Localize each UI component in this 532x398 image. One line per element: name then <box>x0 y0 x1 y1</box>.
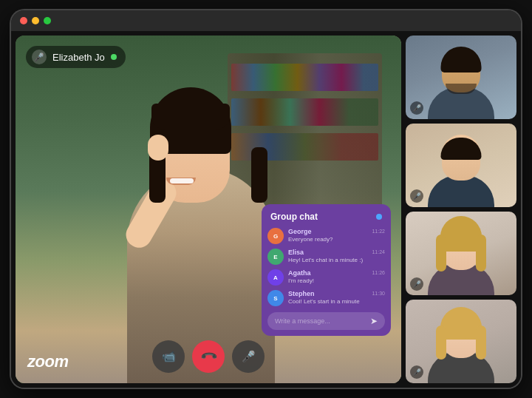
hang-up-icon: 📞 <box>199 347 218 366</box>
msg-sender-3: Agatha <box>288 269 367 277</box>
chat-panel: Group chat G George Everyone ready? 11:2… <box>262 204 391 336</box>
participant-name: Elizabeth Jo <box>52 52 105 63</box>
main-video: 🎤 Elizabeth Jo zoom 📹 📞 🎤 <box>16 36 401 383</box>
msg-sender-2: Elisa <box>288 249 367 256</box>
hang-up-button[interactable]: 📞 <box>192 340 225 373</box>
avatar-agatha: A <box>267 269 284 286</box>
chat-message-2: E Elisa Hey! Let's chat in a minute :) 1… <box>267 249 385 265</box>
chat-input-row[interactable]: Write a message... ➤ <box>267 312 385 330</box>
titlebar <box>11 10 521 31</box>
msg-text-4: Cool! Let's start in a minute <box>288 298 367 306</box>
msg-body-4: Stephen Cool! Let's start in a minute <box>288 290 367 306</box>
msg-body-3: Agatha I'm ready! <box>288 269 367 285</box>
chat-send-button[interactable]: ➤ <box>370 316 378 326</box>
chat-message-1: G George Everyone ready? 11:22 <box>267 228 385 244</box>
chat-input-placeholder: Write a message... <box>275 317 370 325</box>
participant-2-mic: 🎤 <box>410 189 423 203</box>
mic-status-icon: 🎤 <box>32 50 47 64</box>
participant-tile-2: 🎤 <box>406 124 516 207</box>
camera-icon: 📹 <box>162 350 176 363</box>
content-area: 🎤 Elizabeth Jo zoom 📹 📞 🎤 <box>11 31 521 388</box>
msg-body-2: Elisa Hey! Let's chat in a minute :) <box>288 249 367 264</box>
participant-1-mic: 🎤 <box>410 101 423 115</box>
name-tag: 🎤 Elizabeth Jo <box>26 46 126 68</box>
close-button[interactable] <box>20 17 27 24</box>
participant-tile-3: 🎤 <box>406 212 516 295</box>
msg-time-1: 11:22 <box>372 229 385 234</box>
camera-button[interactable]: 📹 <box>152 340 185 373</box>
participants-panel: 🎤 🎤 <box>406 36 516 383</box>
maximize-button[interactable] <box>44 17 51 24</box>
avatar-george: G <box>267 228 284 244</box>
participant-tile-1: 🎤 <box>406 36 516 119</box>
chat-header: Group chat <box>262 204 391 228</box>
msg-text-3: I'm ready! <box>288 277 367 285</box>
msg-sender-4: Stephen <box>288 290 367 297</box>
chat-notification-dot <box>376 214 382 220</box>
controls-bar: 📹 📞 🎤 <box>152 340 265 373</box>
participant-tile-4: 🎤 <box>406 300 516 383</box>
zoom-logo: zoom <box>27 352 68 371</box>
avatar-elisa: E <box>267 249 284 265</box>
chat-message-4: S Stephen Cool! Let's start in a minute … <box>267 290 385 306</box>
msg-body-1: George Everyone ready? <box>288 228 367 243</box>
minimize-button[interactable] <box>32 17 39 24</box>
msg-sender-1: George <box>288 228 367 235</box>
participant-3-mic: 🎤 <box>410 277 423 291</box>
msg-time-4: 11:30 <box>372 291 385 296</box>
msg-time-3: 11:26 <box>372 270 385 275</box>
participant-4-mic: 🎤 <box>410 365 423 379</box>
avatar-stephen: S <box>267 290 284 306</box>
mic-icon: 🎤 <box>242 350 256 363</box>
msg-time-2: 11:24 <box>372 249 385 254</box>
msg-text-1: Everyone ready? <box>288 236 367 243</box>
chat-title: Group chat <box>270 212 318 222</box>
online-indicator <box>111 54 117 60</box>
chat-messages: G George Everyone ready? 11:22 E Elisa H… <box>262 228 391 306</box>
mic-button[interactable]: 🎤 <box>232 340 265 373</box>
msg-text-2: Hey! Let's chat in a minute :) <box>288 257 367 264</box>
device-window: 🎤 Elizabeth Jo zoom 📹 📞 🎤 <box>11 10 521 388</box>
chat-message-3: A Agatha I'm ready! 11:26 <box>267 269 385 286</box>
